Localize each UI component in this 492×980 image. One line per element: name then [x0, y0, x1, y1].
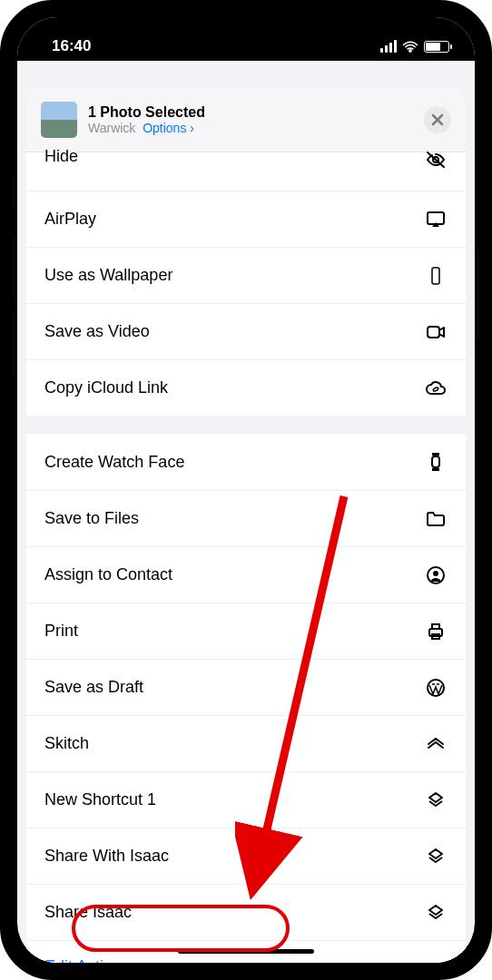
- row-label: Hide: [44, 147, 424, 166]
- folder-icon: [424, 508, 448, 530]
- battery-icon: [424, 41, 449, 53]
- row-label: Create Watch Face: [44, 453, 424, 472]
- eye-slash-icon: [424, 149, 448, 171]
- close-icon: [431, 113, 444, 126]
- row-label: Skitch: [44, 734, 424, 753]
- row-label: Share Isaac: [44, 903, 424, 922]
- row-label: Copy iCloud Link: [44, 378, 424, 397]
- action-hide[interactable]: Hide: [26, 152, 466, 191]
- action-wallpaper[interactable]: Use as Wallpaper: [26, 247, 466, 303]
- phone-frame: 16:40 1 Photo Selected Warwick Options: [0, 0, 492, 980]
- photo-thumbnail[interactable]: [41, 102, 77, 138]
- close-button[interactable]: [424, 106, 451, 133]
- contact-icon: [424, 564, 448, 586]
- watch-icon: [424, 451, 448, 473]
- action-shortcut-1[interactable]: New Shortcut 1: [26, 771, 466, 828]
- action-assign-contact[interactable]: Assign to Contact: [26, 546, 466, 603]
- action-icloud-link[interactable]: Copy iCloud Link: [26, 359, 466, 416]
- action-share-with-isaac[interactable]: Share With Isaac: [26, 828, 466, 884]
- row-label: Share With Isaac: [44, 847, 424, 866]
- status-indicators: [380, 40, 449, 53]
- action-save-draft[interactable]: Save as Draft: [26, 659, 466, 715]
- status-time: 16:40: [52, 37, 91, 55]
- sheet-header: 1 Photo Selected Warwick Options: [26, 88, 466, 152]
- cloud-link-icon: [424, 377, 448, 399]
- home-indicator[interactable]: [178, 949, 314, 954]
- row-label: AirPlay: [44, 210, 424, 229]
- shortcuts-icon: [424, 789, 448, 811]
- share-sheet: 1 Photo Selected Warwick Options Hide Ai…: [26, 88, 466, 963]
- wordpress-icon: [424, 677, 448, 699]
- action-watch-face[interactable]: Create Watch Face: [26, 434, 466, 490]
- notch: [151, 17, 341, 44]
- video-icon: [424, 321, 448, 343]
- screen: 16:40 1 Photo Selected Warwick Options: [17, 17, 475, 963]
- cellular-icon: [380, 40, 397, 53]
- action-skitch[interactable]: Skitch: [26, 715, 466, 771]
- action-list: Hide AirPlay Use as Wallpaper Save as Vi…: [26, 152, 466, 963]
- action-save-files[interactable]: Save to Files: [26, 490, 466, 546]
- row-label: Assign to Contact: [44, 565, 424, 584]
- sheet-subtitle: Warwick: [88, 121, 135, 135]
- row-label: Save as Video: [44, 322, 424, 341]
- options-link[interactable]: Options: [143, 121, 194, 135]
- edit-label: Edit Actions...: [44, 957, 143, 963]
- row-label: Use as Wallpaper: [44, 266, 424, 285]
- skitch-icon: [424, 733, 448, 755]
- shortcuts-icon: [424, 902, 448, 924]
- action-save-video[interactable]: Save as Video: [26, 303, 466, 359]
- airplay-icon: [424, 209, 448, 230]
- row-label: Print: [44, 622, 424, 641]
- shortcuts-icon: [424, 846, 448, 867]
- row-label: Save to Files: [44, 509, 424, 528]
- wifi-icon: [402, 40, 418, 53]
- action-share-isaac[interactable]: Share Isaac: [26, 884, 466, 940]
- row-label: Save as Draft: [44, 678, 424, 697]
- action-airplay[interactable]: AirPlay: [26, 191, 466, 247]
- phone-icon: [424, 265, 448, 287]
- action-print[interactable]: Print: [26, 603, 466, 659]
- sheet-title: 1 Photo Selected: [88, 104, 424, 121]
- print-icon: [424, 621, 448, 642]
- row-label: New Shortcut 1: [44, 790, 424, 809]
